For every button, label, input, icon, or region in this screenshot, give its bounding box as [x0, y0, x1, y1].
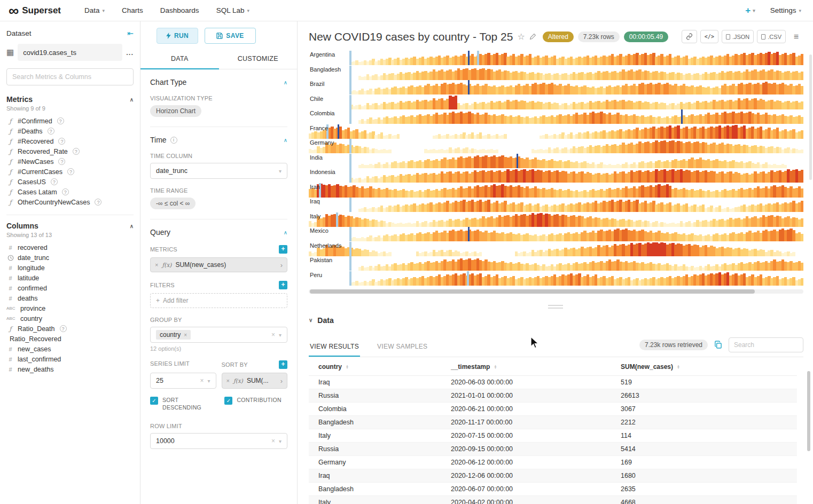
chart-vertical-scrollbar[interactable]: [809, 54, 812, 180]
chart-horizontal-scrollbar[interactable]: [309, 289, 803, 294]
horizon-band[interactable]: [309, 271, 803, 286]
metrics-columns-search[interactable]: [6, 68, 134, 85]
metric-item[interactable]: ƒ#Recovered?: [6, 136, 134, 146]
horizon-band[interactable]: [309, 212, 803, 227]
superset-logo-icon[interactable]: ∞: [9, 3, 19, 19]
nav-item-data[interactable]: Data▾: [84, 6, 105, 14]
column-header-country[interactable]: country▲▼: [309, 357, 441, 376]
column-item[interactable]: #latitude: [6, 273, 134, 283]
horizon-band[interactable]: [309, 51, 803, 65]
expand-sort-icon[interactable]: ›: [280, 377, 283, 385]
viz-type-value[interactable]: Horizon Chart: [150, 105, 201, 117]
results-search-input[interactable]: [734, 341, 798, 349]
column-item[interactable]: #deaths: [6, 293, 134, 303]
edit-title-icon[interactable]: [529, 33, 536, 40]
chevron-up-icon[interactable]: ∧: [284, 137, 287, 143]
chevron-up-icon[interactable]: ∧: [284, 80, 287, 85]
clear-icon[interactable]: ×: [200, 377, 204, 384]
horizon-band[interactable]: [309, 168, 803, 183]
remove-sort-icon[interactable]: ×: [226, 377, 230, 384]
results-search[interactable]: [729, 337, 803, 352]
expand-metric-icon[interactable]: ›: [280, 261, 283, 269]
horizon-band[interactable]: [309, 154, 803, 168]
horizon-band[interactable]: [309, 95, 803, 109]
metric-item[interactable]: ƒ#NewCases?: [6, 156, 134, 167]
collapse-panel-icon[interactable]: ⇤: [127, 29, 134, 37]
tab-customize[interactable]: CUSTOMIZE: [219, 49, 298, 69]
chevron-up-icon[interactable]: ∧: [130, 97, 134, 103]
tab-view-samples[interactable]: VIEW SAMPLES: [376, 338, 428, 356]
time-range-value[interactable]: -∞ ≤ col < ∞: [150, 198, 196, 209]
add-filter-button[interactable]: +: [279, 281, 287, 289]
column-item[interactable]: #longitude: [6, 263, 134, 273]
chevron-up-icon[interactable]: ∧: [130, 223, 134, 229]
sort-icon[interactable]: ▲▼: [677, 365, 680, 369]
remove-metric-icon[interactable]: ×: [155, 262, 158, 268]
export-csv-button[interactable]: .CSV: [757, 30, 786, 43]
nav-item-charts[interactable]: Charts: [122, 6, 143, 14]
column-item[interactable]: #new_cases: [6, 344, 134, 354]
tab-view-results[interactable]: VIEW RESULTS: [309, 338, 360, 356]
panel-resize-handle[interactable]: [548, 305, 563, 309]
time-column-select[interactable]: date_trunc ▾: [150, 163, 287, 179]
run-button[interactable]: RUN: [157, 28, 198, 44]
table-vertical-scrollbar[interactable]: [807, 371, 810, 451]
clear-icon[interactable]: ×: [271, 437, 275, 445]
column-item[interactable]: ABCcountry: [6, 313, 134, 324]
brand-name[interactable]: Superset: [22, 5, 61, 16]
column-item[interactable]: ABCprovince: [6, 303, 134, 313]
row-limit-select[interactable]: 10000 × ▾: [150, 433, 287, 449]
add-metric-button[interactable]: +: [279, 245, 287, 254]
horizon-band[interactable]: [309, 66, 803, 80]
column-item[interactable]: date_trunc: [6, 253, 134, 263]
group-by-tag[interactable]: country ×: [156, 330, 191, 340]
column-item[interactable]: #confirmed: [6, 283, 134, 293]
metric-item[interactable]: ƒRecovered_Rate?: [6, 146, 134, 156]
copy-button[interactable]: [714, 341, 722, 349]
column-item[interactable]: ƒRatio_Death?: [6, 324, 134, 334]
sort-by-pill[interactable]: × ƒ(x) SUM(... ›: [222, 373, 288, 389]
tab-data[interactable]: DATA: [140, 49, 219, 69]
export-json-button[interactable]: .JSON: [722, 30, 754, 43]
horizon-band[interactable]: [309, 242, 803, 256]
altered-badge[interactable]: Altered: [543, 32, 574, 42]
horizon-band[interactable]: [309, 256, 803, 271]
horizon-band[interactable]: [309, 198, 803, 212]
horizon-chart[interactable]: ArgentinaBangladeshBrazilChileColombiaFr…: [309, 51, 803, 286]
add-filter-dropzone[interactable]: + Add filter: [150, 293, 287, 308]
save-button[interactable]: SAVE: [205, 28, 256, 44]
dataset-more-button[interactable]: ...: [126, 49, 134, 57]
add-sort-button[interactable]: +: [279, 360, 287, 369]
horizon-band[interactable]: [309, 183, 803, 198]
scrollbar-thumb[interactable]: [310, 289, 755, 294]
column-item[interactable]: #last_confirmed: [6, 354, 134, 364]
metric-item[interactable]: ƒCasesUS?: [6, 177, 134, 187]
column-header-sum-new-cases[interactable]: SUM(new_cases)▲▼: [611, 357, 797, 376]
nav-item-dashboards[interactable]: Dashboards: [160, 6, 199, 14]
chevron-up-icon[interactable]: ∧: [284, 230, 287, 235]
remove-tag-icon[interactable]: ×: [184, 332, 187, 338]
metric-item[interactable]: ƒOtherCountryNewCases?: [6, 197, 134, 207]
column-item[interactable]: Ratio_Recovered: [6, 334, 134, 344]
contribution-checkbox[interactable]: ✓: [224, 397, 232, 405]
metric-pill[interactable]: × ƒ(x) SUM(new_cases) ›: [150, 257, 287, 272]
metric-item[interactable]: ƒ#CurrentCases?: [6, 167, 134, 177]
chevron-down-icon[interactable]: ∨: [309, 317, 312, 323]
column-header-timestamp[interactable]: __timestamp▲▼: [441, 357, 611, 376]
horizon-band[interactable]: [309, 80, 803, 94]
metric-item[interactable]: ƒCases Latam?: [6, 187, 134, 197]
series-limit-select[interactable]: 25 × ▾: [150, 373, 216, 389]
new-item-button[interactable]: +▾: [745, 5, 755, 16]
metric-item[interactable]: ƒ#Deaths?: [6, 126, 134, 136]
sort-icon[interactable]: ▲▼: [346, 365, 349, 369]
clear-icon[interactable]: ×: [271, 331, 275, 338]
horizon-band[interactable]: [309, 109, 803, 124]
horizon-band[interactable]: [309, 139, 803, 153]
settings-menu[interactable]: Settings▾: [770, 6, 801, 14]
favorite-star-icon[interactable]: ☆: [517, 32, 525, 42]
share-link-button[interactable]: [682, 30, 697, 43]
metric-item[interactable]: ƒ#Confirmed?: [6, 116, 134, 126]
sort-icon[interactable]: ▲▼: [494, 365, 497, 369]
dataset-name[interactable]: covid19.cases_ts: [18, 44, 122, 61]
column-item[interactable]: #recovered: [6, 242, 134, 253]
